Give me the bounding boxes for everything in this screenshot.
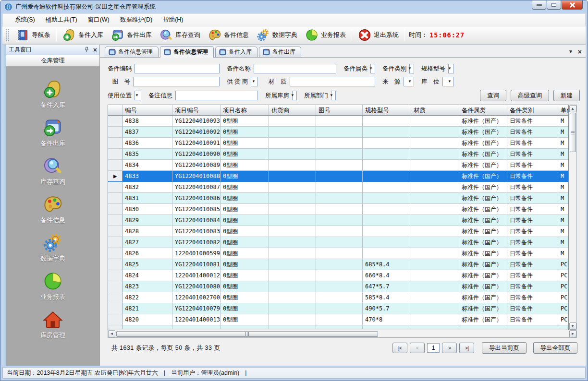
toolbar-button-gears[interactable]: 数据字典 (253, 27, 301, 43)
pin-icon[interactable] (84, 47, 90, 53)
menu-item[interactable]: 帮助(H) (158, 14, 188, 26)
column-header-图号[interactable]: 图号 (316, 105, 363, 115)
column-header-规格型号[interactable]: 规格型号 (363, 105, 411, 115)
tab-备件出库[interactable]: 备件出库 (259, 47, 301, 57)
table-row[interactable]: ▶4833YG122040100880型圈标准件（国产）日常备件M (108, 171, 568, 182)
sidebar-section-warehouse[interactable]: 仓库管理 (6, 55, 99, 67)
sidebar-item-magnifier[interactable]: 库存查询 (17, 155, 89, 187)
menu-item[interactable]: 窗口(W) (83, 14, 115, 26)
table-row[interactable]: 4831YG122040100860型圈标准件（国产）日常备件M (108, 193, 568, 204)
minimize-button[interactable] (532, 0, 546, 10)
table-row[interactable]: 4837YG122040100920型圈标准件（国产）日常备件M (108, 127, 568, 138)
row-marker[interactable] (108, 116, 122, 127)
table-row[interactable]: 4827YG122040100820型圈标准件（国产）日常备件M (108, 237, 568, 248)
query-button[interactable]: 查询 (480, 90, 506, 101)
row-marker[interactable] (108, 303, 122, 314)
scroll-right-icon[interactable]: ► (569, 330, 576, 337)
menu-item[interactable]: 辅助工具(T) (40, 14, 83, 26)
table-row[interactable]: 4838YG122040100930型圈标准件（国产）日常备件M (108, 116, 568, 127)
toolbar-button-magnifier[interactable]: 库存查询 (156, 27, 204, 43)
export-current-page-button[interactable]: 导出当前页 (482, 342, 527, 354)
field-input[interactable] (175, 91, 258, 100)
table-row[interactable]: 4825YG122040100810型圈685*8.4标准件（国产）日常备件PC (108, 259, 568, 270)
row-marker[interactable] (108, 182, 122, 193)
table-row[interactable]: 4828YG122040100830型圈标准件（国产）日常备件M (108, 226, 568, 237)
field-dropdown[interactable]: ▼ (409, 64, 414, 73)
table-row[interactable]: 4836YG122040100910型圈标准件（国产）日常备件M (108, 138, 568, 149)
vertical-scrollbar[interactable]: ▲ ▼ (569, 105, 577, 330)
advanced-query-button[interactable]: 高级查询 (511, 90, 549, 101)
field-input[interactable] (290, 77, 375, 86)
prev-page-button[interactable]: < (410, 343, 425, 353)
field-dropdown[interactable]: ▼ (448, 64, 454, 73)
scroll-left-icon[interactable]: ◄ (108, 330, 115, 337)
toolbar-button-winarrow[interactable]: 备件出库 (107, 27, 156, 43)
row-marker[interactable] (108, 226, 122, 237)
tab-list-dropdown-icon[interactable]: ▼ (568, 49, 573, 54)
field-dropdown[interactable]: ▼ (135, 91, 141, 100)
close-button[interactable] (562, 0, 583, 10)
last-page-button[interactable]: >| (459, 343, 474, 353)
column-header-备件属类[interactable]: 备件属类 (459, 105, 507, 115)
sidebar-item-house[interactable]: 库房管理 (17, 309, 89, 341)
toolbar-button-pie[interactable]: 业务报表 (301, 27, 350, 43)
row-marker[interactable] (108, 127, 122, 138)
toolbar-button-palette[interactable]: 备件信息 (204, 27, 253, 43)
column-header-单位[interactable]: 单位 (558, 105, 569, 115)
table-row[interactable]: 482412204014000120型圈660*8.4标准件（国产）日常备件PC (108, 270, 568, 281)
table-row[interactable]: 4830YG122040100850型圈标准件（国产）日常备件M (108, 204, 568, 215)
column-header-备件类别[interactable]: 备件类别 (507, 105, 558, 115)
column-header-编号[interactable]: 编号 (122, 105, 172, 115)
toolbar-button-bagplus[interactable]: 备件入库 (59, 27, 107, 43)
sidebar-item-gears[interactable]: 数据字典 (17, 232, 89, 264)
row-marker[interactable] (108, 237, 122, 248)
menu-item[interactable]: 数据维护(D) (115, 14, 158, 26)
page-number-input[interactable] (427, 343, 440, 353)
tool-window-close-icon[interactable]: × (93, 48, 97, 52)
row-marker[interactable] (108, 292, 122, 303)
table-row[interactable]: 482212204010027000型圈585*8.4标准件（国产）日常备件PC (108, 292, 568, 303)
toolbar-button-navbook[interactable]: 导航条 (12, 27, 54, 43)
row-marker[interactable] (108, 215, 122, 226)
table-row[interactable]: 4829YG122040100840型圈标准件（国产）日常备件M (108, 215, 568, 226)
sidebar-item-pie[interactable]: 业务报表 (17, 270, 89, 302)
maximize-button[interactable] (547, 0, 561, 10)
toolbar-button-exit[interactable]: 退出系统 (354, 27, 403, 43)
horizontal-scroll-thumb[interactable] (116, 331, 378, 337)
new-button[interactable]: 新建 (553, 90, 580, 101)
table-row[interactable]: 4834YG122040100890型圈标准件（国产）日常备件M (108, 160, 568, 171)
export-all-pages-button[interactable]: 导出全部页 (533, 342, 578, 354)
tab-备件入库[interactable]: 备件入库 (215, 47, 257, 57)
field-dropdown[interactable]: ▼ (292, 91, 297, 100)
tab-备件信息管理[interactable]: 备件信息管理 (105, 47, 159, 57)
table-row[interactable]: 4823YG122040100800型圈647*5.7标准件（国产）日常备件PC (108, 281, 568, 292)
row-marker[interactable] (108, 259, 122, 270)
row-marker[interactable] (108, 138, 122, 149)
sidebar-item-winarrow[interactable]: 备件出库 (17, 117, 89, 149)
field-input[interactable] (133, 77, 220, 86)
horizontal-scrollbar[interactable]: ◄ ► (108, 330, 577, 338)
toolbar-grip-handle[interactable] (6, 29, 9, 41)
next-page-button[interactable]: > (442, 343, 457, 353)
column-header-项目名称[interactable]: 项目名称 (220, 105, 269, 115)
row-marker[interactable] (108, 204, 122, 215)
column-header-项目编号[interactable]: 项目编号 (172, 105, 220, 115)
row-marker[interactable] (108, 248, 122, 259)
row-marker[interactable] (108, 149, 122, 160)
table-row[interactable]: 482012204014000130型圈470*8标准件（国产）日常备件PC (108, 314, 568, 325)
field-dropdown[interactable]: ▼ (404, 77, 415, 86)
row-marker[interactable] (108, 193, 122, 204)
sidebar-item-palette[interactable]: 备件信息 (17, 193, 89, 226)
menu-item[interactable]: 系统(S) (10, 14, 40, 26)
scroll-down-icon[interactable]: ▼ (569, 322, 576, 330)
table-row[interactable]: 482612204010005990型圈标准件（国产）日常备件M (108, 248, 568, 259)
row-marker[interactable] (108, 160, 122, 171)
table-row[interactable]: 4835YG122040100900型圈标准件（国产）日常备件M (108, 149, 568, 160)
sidebar-item-bagplus[interactable]: 备件入库 (17, 78, 89, 110)
first-page-button[interactable]: |< (392, 343, 407, 353)
tab-close-icon[interactable]: × (578, 50, 582, 54)
field-dropdown[interactable]: ▼ (442, 77, 454, 86)
column-header-供货商[interactable]: 供货商 (269, 105, 316, 115)
field-dropdown[interactable]: ▼ (370, 64, 375, 73)
column-header-材质[interactable]: 材质 (411, 105, 459, 115)
